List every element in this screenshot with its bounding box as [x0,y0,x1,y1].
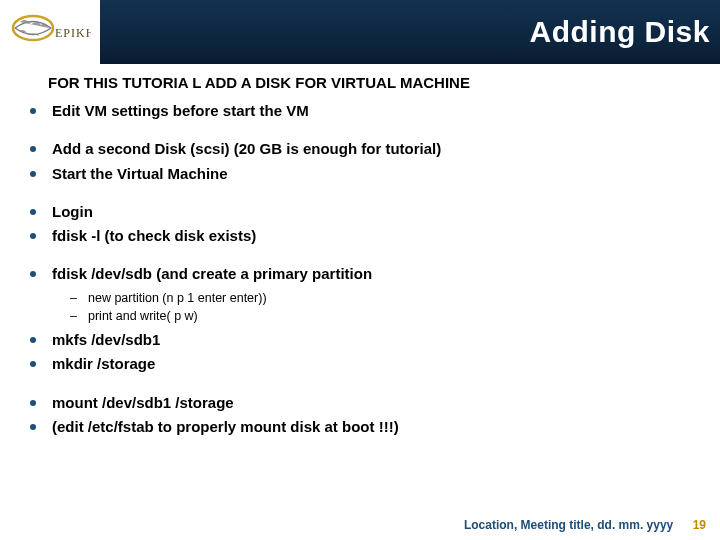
list-item: fdisk -l (to check disk exists) [22,226,708,246]
list-item: Add a second Disk (scsi) (20 GB is enoug… [22,139,708,159]
list-item: mkfs /dev/sdb1 [22,330,708,350]
page-number: 19 [693,518,706,532]
logo-text: EPIKH [55,26,91,40]
list-item: Edit VM settings before start the VM [22,101,708,121]
list-item: mount /dev/sdb1 /storage [22,393,708,413]
list-item: fdisk /dev/sdb (and create a primary par… [22,264,708,326]
slide-title: Adding Disk [100,15,720,49]
slide-body: FOR THIS TUTORIA L ADD A DISK FOR VIRTUA… [0,64,720,437]
sub-bullet-list: new partition (n p 1 enter enter)) print… [70,289,708,327]
list-item: Start the Virtual Machine [22,164,708,184]
footer-meta: Location, Meeting title, dd. mm. yyyy [464,518,673,532]
list-item: (edit /etc/fstab to properly mount disk … [22,417,708,437]
sub-list-item: new partition (n p 1 enter enter)) [70,289,708,308]
list-item-text: fdisk /dev/sdb (and create a primary par… [52,265,372,282]
epikh-logo: EPIKH [9,8,91,56]
bullet-list: Edit VM settings before start the VM Add… [22,101,708,437]
list-item: mkdir /storage [22,354,708,374]
slide-header: EPIKH Adding Disk [0,0,720,64]
list-item: Login [22,202,708,222]
slide-footer: Location, Meeting title, dd. mm. yyyy 19 [464,518,706,532]
logo-container: EPIKH [0,0,100,64]
slide-subtitle: FOR THIS TUTORIA L ADD A DISK FOR VIRTUA… [48,74,708,91]
sub-list-item: print and write( p w) [70,307,708,326]
svg-point-0 [13,16,53,40]
